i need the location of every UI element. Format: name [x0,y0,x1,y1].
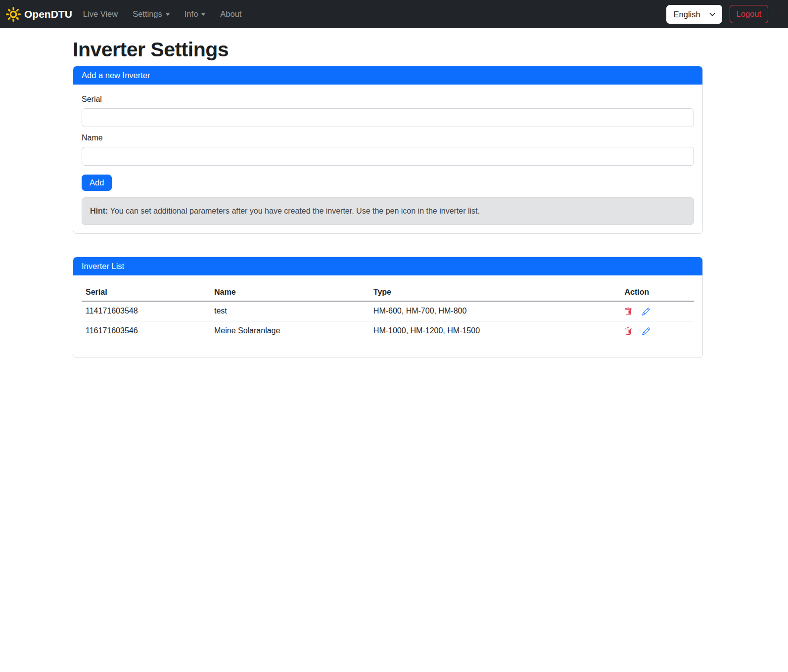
inverter-list-card-header: Inverter List [73,257,702,275]
column-header-type: Type [370,284,621,301]
cell-serial: 114171603548 [82,301,210,321]
column-header-serial: Serial [82,284,210,301]
nav-item-info[interactable]: Info [181,5,210,23]
nav-item-label: Live View [83,9,118,19]
serial-label: Serial [82,95,694,104]
chevron-down-icon [166,13,170,16]
cell-action [620,301,694,321]
column-header-name: Name [210,284,370,301]
sun-icon [6,7,21,22]
cell-action [620,321,694,341]
add-inverter-card: Add a new Inverter Serial Name Add Hint:… [73,66,703,234]
nav-item-label: Info [185,9,198,19]
table-header-row: Serial Name Type Action [82,284,694,301]
inverter-list-card: Inverter List Serial Name Type Action 11… [73,257,703,358]
trash-icon[interactable] [624,308,632,315]
page-title: Inverter Settings [73,38,703,61]
name-label: Name [82,134,694,142]
cell-name: test [210,301,370,321]
nav-menu: Live View Settings Info About [79,5,253,23]
cell-type: HM-600, HM-700, HM-800 [370,301,621,321]
cell-name: Meine Solaranlage [210,321,370,341]
nav-item-about[interactable]: About [216,5,245,23]
nav-item-settings[interactable]: Settings [129,5,174,23]
language-select[interactable]: English [666,5,722,24]
name-input[interactable] [82,147,694,166]
trash-icon[interactable] [624,327,632,335]
hint-label: Hint: [90,207,108,215]
chevron-down-icon [201,13,205,16]
table-row: 116171603546 Meine Solaranlage HM-1000, … [82,321,694,341]
inverter-table: Serial Name Type Action 114171603548 tes… [82,284,694,341]
main-container: Inverter Settings Add a new Inverter Ser… [73,38,703,358]
table-row: 114171603548 test HM-600, HM-700, HM-800 [82,301,694,321]
serial-input[interactable] [82,108,694,127]
cell-type: HM-1000, HM-1200, HM-1500 [370,321,621,341]
language-select-wrap: English [666,5,722,24]
cell-serial: 116171603546 [82,321,210,341]
brand-link[interactable]: OpenDTU [6,7,72,22]
hint-alert: Hint: You can set additional parameters … [82,197,694,225]
nav-item-label: About [220,9,241,19]
hint-text: You can set additional parameters after … [108,207,480,215]
add-inverter-card-header: Add a new Inverter [73,66,702,85]
pencil-icon[interactable] [642,327,650,335]
logout-button[interactable]: Logout [730,5,768,23]
nav-item-live-view[interactable]: Live View [79,5,122,23]
navbar: OpenDTU Live View Settings Info About En… [0,0,788,28]
add-button[interactable]: Add [82,175,112,191]
nav-item-label: Settings [133,9,162,19]
pencil-icon[interactable] [642,308,650,315]
add-inverter-card-body: Serial Name Add Hint: You can set additi… [73,85,702,233]
brand-label: OpenDTU [24,8,72,20]
navbar-right: English Logout [666,5,768,24]
column-header-action: Action [620,284,694,301]
inverter-list-card-body: Serial Name Type Action 114171603548 tes… [73,275,702,358]
